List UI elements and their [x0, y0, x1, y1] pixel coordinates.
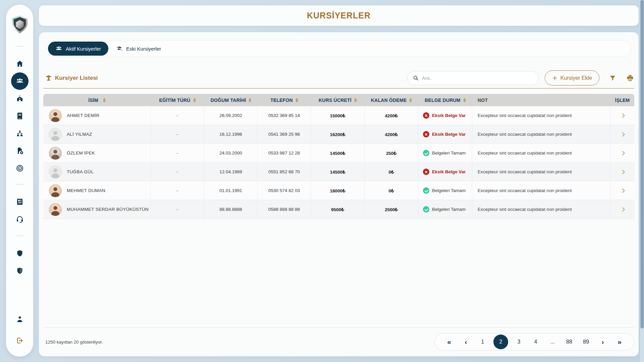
cell-kurs-ucreti: 14500₺	[311, 163, 365, 181]
sort-arrows-icon[interactable]	[409, 98, 412, 102]
sidebar-item-group[interactable]	[11, 125, 29, 142]
cell-not: Excepteur sint occaecat cupidatat non pr…	[472, 200, 610, 219]
kursiyer-table: İSİMEĞİTİM TÜRÜDOĞUM TARİHİTELEFONKURS Ü…	[43, 94, 634, 327]
cell-kalan-odeme: 0₺	[365, 181, 418, 200]
search-icon	[413, 75, 419, 81]
plus-icon	[552, 75, 557, 81]
cell-belge-durum: Belgeleri Tamam	[418, 200, 472, 219]
sidebar-item-shield2[interactable]	[11, 262, 29, 280]
scrollbar-thumb[interactable]	[640, 0, 644, 328]
row-detail-chevron-icon[interactable]	[620, 132, 625, 136]
sort-arrows-icon[interactable]	[193, 98, 196, 102]
sort-arrows-icon[interactable]	[463, 98, 466, 102]
column-label: İSİM	[88, 98, 98, 103]
row-detail-chevron-icon[interactable]	[620, 207, 625, 212]
person-silhouette-icon	[49, 128, 62, 141]
table-row[interactable]: ALİ YILMAZ-16.12.19960541 369 25 9616200…	[43, 125, 634, 144]
sidebar-item-shield[interactable]	[11, 245, 29, 262]
column-header-egitim[interactable]: EĞİTİM TÜRÜ	[151, 94, 204, 106]
column-header-kalan[interactable]: KALAN ÖDEME	[365, 94, 418, 106]
column-header-belge[interactable]: BELGE DURUM	[418, 94, 472, 106]
row-detail-chevron-icon[interactable]	[620, 188, 625, 193]
search-box	[407, 71, 539, 85]
sort-arrows-icon[interactable]	[103, 98, 106, 102]
school-icon	[16, 95, 24, 103]
add-kursiyer-button[interactable]: Kursiyer Ekle	[545, 70, 599, 85]
column-header-isim[interactable]: İSİM	[43, 94, 151, 106]
cell-kalan-odeme: 4200₺	[365, 106, 418, 125]
print-button[interactable]	[626, 74, 634, 82]
belge-status-label: Eksik Belge Var	[432, 113, 466, 118]
page-button-89[interactable]: 89	[580, 335, 592, 349]
page-first-button[interactable]: «	[443, 335, 455, 349]
page-last-button[interactable]: »	[613, 335, 626, 349]
sidebar-item-logout[interactable]	[11, 332, 29, 349]
page-button-88[interactable]: 88	[563, 335, 575, 349]
cell-belge-durum: Eksik Belge Var	[418, 106, 472, 125]
column-label: İŞLEM	[615, 98, 630, 103]
page-button-1[interactable]: 1	[477, 335, 489, 349]
column-header-tel[interactable]: TELEFON	[258, 94, 311, 106]
page-prev-button[interactable]: ‹	[460, 335, 472, 349]
row-detail-chevron-icon[interactable]	[620, 169, 625, 174]
sidebar-item-file-add[interactable]	[11, 142, 29, 160]
search-input[interactable]	[422, 75, 533, 81]
avatar-photo	[49, 146, 62, 160]
cell-kalan-odeme: 250₺	[365, 144, 418, 162]
table-row[interactable]: ÖZLEM İPEK-24.03.20000533 987 12 2814500…	[43, 144, 634, 163]
sidebar-item-headset[interactable]	[11, 210, 29, 228]
column-header-dogum[interactable]: DOĞUM TARİHİ	[204, 94, 258, 106]
person-silhouette-icon	[49, 109, 62, 122]
page-button-3[interactable]: 3	[513, 335, 525, 349]
tab-eski-kursiyerler[interactable]: Eski Kursiyerler	[108, 42, 168, 56]
column-label: NOT	[478, 98, 488, 103]
table-row[interactable]: AHMET DEMİR-26.09.20020532 369 85 141500…	[43, 106, 634, 125]
page-button-2[interactable]: 2	[493, 335, 508, 349]
person-silhouette-icon	[49, 147, 62, 160]
table-row[interactable]: TUĞBA GÜL-12.04.19890551 852 68 7014500₺…	[43, 163, 634, 181]
list-header: Kursiyer Listesi Kursiyer Ekle	[43, 70, 634, 85]
cell-egitim-turu: -	[151, 125, 204, 143]
cell-kalan-odeme: 4200₺	[365, 125, 418, 143]
page-header: KURSİYERLER	[39, 5, 639, 26]
sidebar-nav-secondary	[11, 185, 29, 228]
file-add-icon	[16, 147, 24, 155]
tab-aktif-kursiyerler[interactable]: Aktif Kursiyerler	[48, 42, 108, 56]
page-scrollbar[interactable]	[640, 0, 644, 362]
sort-arrows-icon[interactable]	[296, 98, 298, 102]
table-row[interactable]: MEHMET DUMAN-01.01.19910530 574 82 03180…	[43, 181, 634, 200]
page-next-button[interactable]: ›	[597, 335, 609, 349]
sidebar-item-book[interactable]	[11, 107, 29, 125]
sort-arrows-icon[interactable]	[249, 98, 251, 102]
sidebar-item-news[interactable]	[11, 193, 29, 210]
cell-dogum-tarihi: 01.01.1991	[204, 181, 258, 200]
column-header-ucret[interactable]: KURS ÜCRETİ	[311, 94, 365, 106]
cell-telefon: 0541 369 25 96	[258, 125, 311, 143]
cell-kurs-ucreti: 16200₺	[311, 125, 365, 143]
column-label: KALAN ÖDEME	[371, 98, 407, 103]
headset-icon	[16, 215, 24, 223]
app-logo-shield	[9, 14, 30, 35]
sidebar-item-users[interactable]	[11, 72, 29, 90]
cell-islem	[610, 106, 634, 125]
avatar-photo	[49, 184, 62, 197]
cell-belge-durum: Eksik Belge Var	[418, 163, 472, 181]
sort-arrows-icon[interactable]	[354, 98, 357, 102]
avatar-photo	[49, 203, 62, 216]
page-button-4[interactable]: 4	[530, 335, 542, 349]
filter-button[interactable]	[608, 74, 617, 82]
cell-telefon: 0530 574 82 03	[258, 181, 311, 200]
sidebar-item-school[interactable]	[11, 90, 29, 107]
sidebar-item-profile[interactable]	[11, 310, 29, 328]
list-title: Kursiyer Listesi	[45, 75, 98, 81]
sidebar-item-home[interactable]	[11, 55, 29, 72]
table-row[interactable]: MUHAMMET SERDAR BÜYÜKÜSTÜN-88.88.8888058…	[43, 200, 634, 219]
cell-telefon: 0551 852 68 70	[258, 163, 311, 181]
row-detail-chevron-icon[interactable]	[620, 113, 625, 118]
row-detail-chevron-icon[interactable]	[620, 150, 625, 155]
person-silhouette-icon	[49, 203, 62, 216]
book-icon	[16, 112, 24, 120]
cell-not: Excepteur sint occaecat cupidatat non pr…	[472, 163, 610, 181]
sidebar-item-target[interactable]	[11, 160, 29, 177]
cell-name: ÖZLEM İPEK	[43, 144, 151, 162]
